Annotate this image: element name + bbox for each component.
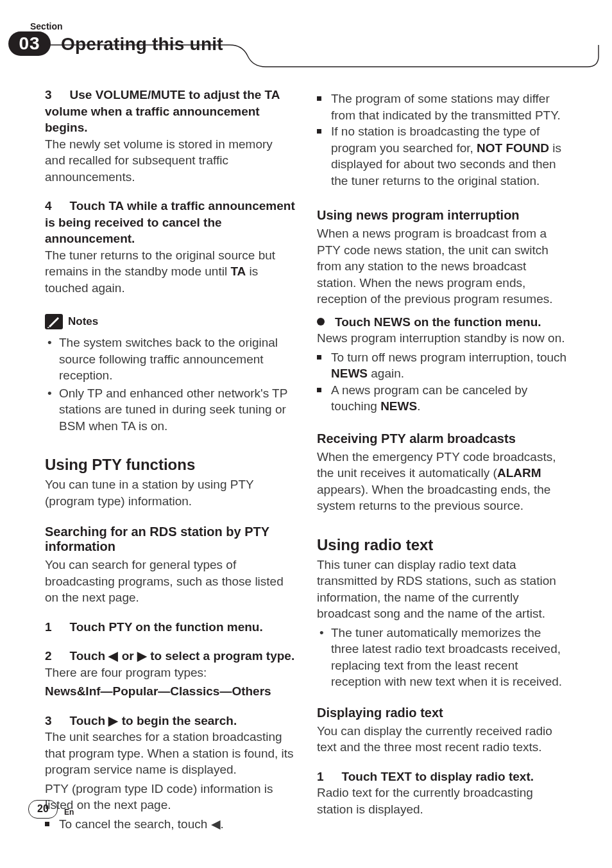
search-step-3-body1: The unit searches for a station broadcas… <box>45 729 295 778</box>
step-4-body: The tuner returns to the original source… <box>45 247 295 297</box>
content-columns: 3 Use VOLUME/MUTE to adjust the TA volum… <box>45 87 567 832</box>
news-cancel: A news program can be canceled by touchi… <box>317 382 567 415</box>
notes-label: Notes <box>68 315 98 328</box>
alarm-body: When the emergency PTY code broadcasts, … <box>317 449 567 514</box>
page-number: 20 <box>28 800 58 819</box>
right-column: The program of some stations may differ … <box>317 87 567 832</box>
news-action: Touch NEWS on the function menu. <box>317 314 567 331</box>
search-step-2: 2 Touch ◀ or ▶ to select a program type. <box>45 648 295 664</box>
notes-icon <box>45 314 63 329</box>
news-after: News program interruption standby is now… <box>317 330 567 347</box>
radio-intro: This tuner can display radio text data t… <box>317 557 567 622</box>
step-3-body: The newly set volume is stored in memory… <box>45 136 295 186</box>
list-item: The system switches back to the original… <box>59 334 295 384</box>
step-3-heading: 3 Use VOLUME/MUTE to adjust the TA volum… <box>45 87 295 136</box>
heading-pty-alarm: Receiving PTY alarm broadcasts <box>317 431 567 446</box>
disp-body: You can display the currently received r… <box>317 723 567 756</box>
search-cancel-note: To cancel the search, touch ◀. <box>45 816 295 833</box>
news-turn-off: To turn off news program interruption, t… <box>317 349 567 382</box>
section-number-badge: 03 <box>8 31 51 56</box>
heading-displaying-radio-text: Displaying radio text <box>317 706 567 720</box>
note-program-differ: The program of some stations may differ … <box>317 91 567 123</box>
heading-using-pty: Using PTY functions <box>45 456 295 474</box>
search-intro: You can search for general types of broa… <box>45 557 295 606</box>
heading-radio-text: Using radio text <box>317 536 567 554</box>
note-not-found-lead: If no station is broadcasting the type o… <box>317 123 567 189</box>
search-step-3-body2: PTY (program type ID code) information i… <box>45 781 295 813</box>
display-step-1-body: Radio text for the currently broadcastin… <box>317 785 567 817</box>
list-item: The tuner automatically memorizes the th… <box>331 625 567 690</box>
left-column: 3 Use VOLUME/MUTE to adjust the TA volum… <box>45 87 295 832</box>
radio-bullet-list: The tuner automatically memorizes the th… <box>317 625 567 690</box>
notes-list: The system switches back to the original… <box>45 334 295 434</box>
program-types: News&Inf—Popular—Classics—Others <box>45 683 295 700</box>
pty-intro: You can tune in a station by using PTY (… <box>45 476 295 509</box>
heading-search-rds: Searching for an RDS station by PTY info… <box>45 525 295 554</box>
search-step-1: 1 Touch PTY on the function menu. <box>45 619 295 636</box>
heading-news-interrupt: Using news program interruption <box>317 208 567 223</box>
news-body: When a news program is broadcast from a … <box>317 225 567 308</box>
search-step-2-body: There are four program types: <box>45 664 295 681</box>
page-language: En <box>64 808 74 817</box>
list-item: Only TP and enhanced other network's TP … <box>59 385 295 435</box>
section-label: Section <box>30 21 63 31</box>
notes-header: Notes <box>45 314 295 329</box>
display-step-1: 1 Touch TEXT to display radio text. <box>317 768 567 785</box>
header-rule <box>50 44 599 67</box>
step-4-heading: 4 Touch TA while a traffic announcement … <box>45 198 295 247</box>
search-step-3: 3 Touch ▶ to begin the search. <box>45 713 295 729</box>
